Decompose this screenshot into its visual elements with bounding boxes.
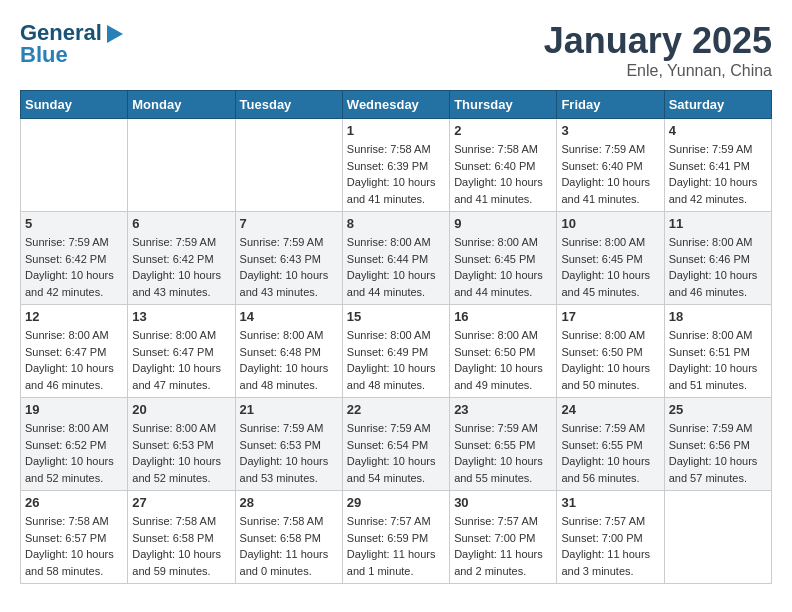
col-header-saturday: Saturday bbox=[664, 91, 771, 119]
day-number: 16 bbox=[454, 309, 552, 324]
logo-arrow-icon bbox=[107, 25, 123, 43]
calendar-cell: 28Sunrise: 7:58 AM Sunset: 6:58 PM Dayli… bbox=[235, 491, 342, 584]
day-info: Sunrise: 8:00 AM Sunset: 6:44 PM Dayligh… bbox=[347, 234, 445, 300]
day-info: Sunrise: 8:00 AM Sunset: 6:51 PM Dayligh… bbox=[669, 327, 767, 393]
col-header-friday: Friday bbox=[557, 91, 664, 119]
day-number: 18 bbox=[669, 309, 767, 324]
header: General Blue January 2025 Enle, Yunnan, … bbox=[20, 20, 772, 80]
day-number: 3 bbox=[561, 123, 659, 138]
week-row-1: 1Sunrise: 7:58 AM Sunset: 6:39 PM Daylig… bbox=[21, 119, 772, 212]
day-info: Sunrise: 7:59 AM Sunset: 6:55 PM Dayligh… bbox=[561, 420, 659, 486]
day-number: 11 bbox=[669, 216, 767, 231]
day-info: Sunrise: 8:00 AM Sunset: 6:45 PM Dayligh… bbox=[454, 234, 552, 300]
calendar-cell: 14Sunrise: 8:00 AM Sunset: 6:48 PM Dayli… bbox=[235, 305, 342, 398]
day-number: 19 bbox=[25, 402, 123, 417]
day-number: 12 bbox=[25, 309, 123, 324]
day-info: Sunrise: 8:00 AM Sunset: 6:45 PM Dayligh… bbox=[561, 234, 659, 300]
day-number: 13 bbox=[132, 309, 230, 324]
day-number: 25 bbox=[669, 402, 767, 417]
day-info: Sunrise: 8:00 AM Sunset: 6:46 PM Dayligh… bbox=[669, 234, 767, 300]
week-row-3: 12Sunrise: 8:00 AM Sunset: 6:47 PM Dayli… bbox=[21, 305, 772, 398]
calendar-cell: 20Sunrise: 8:00 AM Sunset: 6:53 PM Dayli… bbox=[128, 398, 235, 491]
calendar-table: SundayMondayTuesdayWednesdayThursdayFrid… bbox=[20, 90, 772, 584]
calendar-cell: 3Sunrise: 7:59 AM Sunset: 6:40 PM Daylig… bbox=[557, 119, 664, 212]
day-info: Sunrise: 7:59 AM Sunset: 6:56 PM Dayligh… bbox=[669, 420, 767, 486]
day-info: Sunrise: 7:59 AM Sunset: 6:54 PM Dayligh… bbox=[347, 420, 445, 486]
day-info: Sunrise: 7:58 AM Sunset: 6:39 PM Dayligh… bbox=[347, 141, 445, 207]
calendar-cell: 12Sunrise: 8:00 AM Sunset: 6:47 PM Dayli… bbox=[21, 305, 128, 398]
logo-blue: Blue bbox=[20, 42, 68, 68]
calendar-cell: 4Sunrise: 7:59 AM Sunset: 6:41 PM Daylig… bbox=[664, 119, 771, 212]
day-info: Sunrise: 7:57 AM Sunset: 6:59 PM Dayligh… bbox=[347, 513, 445, 579]
day-number: 7 bbox=[240, 216, 338, 231]
calendar-cell bbox=[664, 491, 771, 584]
calendar-cell: 24Sunrise: 7:59 AM Sunset: 6:55 PM Dayli… bbox=[557, 398, 664, 491]
calendar-cell: 29Sunrise: 7:57 AM Sunset: 6:59 PM Dayli… bbox=[342, 491, 449, 584]
calendar-cell bbox=[128, 119, 235, 212]
day-number: 26 bbox=[25, 495, 123, 510]
calendar-cell: 19Sunrise: 8:00 AM Sunset: 6:52 PM Dayli… bbox=[21, 398, 128, 491]
col-header-thursday: Thursday bbox=[450, 91, 557, 119]
week-row-4: 19Sunrise: 8:00 AM Sunset: 6:52 PM Dayli… bbox=[21, 398, 772, 491]
col-header-wednesday: Wednesday bbox=[342, 91, 449, 119]
week-row-5: 26Sunrise: 7:58 AM Sunset: 6:57 PM Dayli… bbox=[21, 491, 772, 584]
day-info: Sunrise: 8:00 AM Sunset: 6:50 PM Dayligh… bbox=[561, 327, 659, 393]
day-info: Sunrise: 7:59 AM Sunset: 6:55 PM Dayligh… bbox=[454, 420, 552, 486]
col-header-sunday: Sunday bbox=[21, 91, 128, 119]
calendar-cell: 8Sunrise: 8:00 AM Sunset: 6:44 PM Daylig… bbox=[342, 212, 449, 305]
day-info: Sunrise: 7:58 AM Sunset: 6:58 PM Dayligh… bbox=[132, 513, 230, 579]
calendar-cell: 2Sunrise: 7:58 AM Sunset: 6:40 PM Daylig… bbox=[450, 119, 557, 212]
calendar-cell bbox=[21, 119, 128, 212]
calendar-cell: 11Sunrise: 8:00 AM Sunset: 6:46 PM Dayli… bbox=[664, 212, 771, 305]
day-number: 31 bbox=[561, 495, 659, 510]
day-number: 23 bbox=[454, 402, 552, 417]
day-info: Sunrise: 7:59 AM Sunset: 6:41 PM Dayligh… bbox=[669, 141, 767, 207]
day-number: 6 bbox=[132, 216, 230, 231]
day-info: Sunrise: 8:00 AM Sunset: 6:49 PM Dayligh… bbox=[347, 327, 445, 393]
col-header-monday: Monday bbox=[128, 91, 235, 119]
day-info: Sunrise: 7:59 AM Sunset: 6:40 PM Dayligh… bbox=[561, 141, 659, 207]
day-number: 22 bbox=[347, 402, 445, 417]
day-info: Sunrise: 8:00 AM Sunset: 6:53 PM Dayligh… bbox=[132, 420, 230, 486]
month-title: January 2025 bbox=[544, 20, 772, 62]
day-number: 29 bbox=[347, 495, 445, 510]
calendar-cell: 7Sunrise: 7:59 AM Sunset: 6:43 PM Daylig… bbox=[235, 212, 342, 305]
calendar-cell: 18Sunrise: 8:00 AM Sunset: 6:51 PM Dayli… bbox=[664, 305, 771, 398]
day-number: 9 bbox=[454, 216, 552, 231]
logo: General Blue bbox=[20, 20, 123, 68]
calendar-cell: 16Sunrise: 8:00 AM Sunset: 6:50 PM Dayli… bbox=[450, 305, 557, 398]
day-info: Sunrise: 7:57 AM Sunset: 7:00 PM Dayligh… bbox=[561, 513, 659, 579]
calendar-cell: 21Sunrise: 7:59 AM Sunset: 6:53 PM Dayli… bbox=[235, 398, 342, 491]
day-info: Sunrise: 7:59 AM Sunset: 6:53 PM Dayligh… bbox=[240, 420, 338, 486]
day-number: 27 bbox=[132, 495, 230, 510]
day-info: Sunrise: 7:58 AM Sunset: 6:57 PM Dayligh… bbox=[25, 513, 123, 579]
day-number: 17 bbox=[561, 309, 659, 324]
calendar-cell: 1Sunrise: 7:58 AM Sunset: 6:39 PM Daylig… bbox=[342, 119, 449, 212]
day-number: 30 bbox=[454, 495, 552, 510]
day-number: 21 bbox=[240, 402, 338, 417]
day-info: Sunrise: 8:00 AM Sunset: 6:47 PM Dayligh… bbox=[132, 327, 230, 393]
day-info: Sunrise: 7:59 AM Sunset: 6:43 PM Dayligh… bbox=[240, 234, 338, 300]
calendar-cell: 17Sunrise: 8:00 AM Sunset: 6:50 PM Dayli… bbox=[557, 305, 664, 398]
day-info: Sunrise: 7:58 AM Sunset: 6:58 PM Dayligh… bbox=[240, 513, 338, 579]
day-number: 28 bbox=[240, 495, 338, 510]
col-header-tuesday: Tuesday bbox=[235, 91, 342, 119]
calendar-cell: 25Sunrise: 7:59 AM Sunset: 6:56 PM Dayli… bbox=[664, 398, 771, 491]
day-info: Sunrise: 8:00 AM Sunset: 6:52 PM Dayligh… bbox=[25, 420, 123, 486]
day-info: Sunrise: 8:00 AM Sunset: 6:47 PM Dayligh… bbox=[25, 327, 123, 393]
day-number: 1 bbox=[347, 123, 445, 138]
day-info: Sunrise: 8:00 AM Sunset: 6:48 PM Dayligh… bbox=[240, 327, 338, 393]
day-info: Sunrise: 7:59 AM Sunset: 6:42 PM Dayligh… bbox=[132, 234, 230, 300]
calendar-cell: 9Sunrise: 8:00 AM Sunset: 6:45 PM Daylig… bbox=[450, 212, 557, 305]
location: Enle, Yunnan, China bbox=[544, 62, 772, 80]
calendar-header-row: SundayMondayTuesdayWednesdayThursdayFrid… bbox=[21, 91, 772, 119]
calendar-body: 1Sunrise: 7:58 AM Sunset: 6:39 PM Daylig… bbox=[21, 119, 772, 584]
calendar-cell: 26Sunrise: 7:58 AM Sunset: 6:57 PM Dayli… bbox=[21, 491, 128, 584]
calendar-cell: 31Sunrise: 7:57 AM Sunset: 7:00 PM Dayli… bbox=[557, 491, 664, 584]
day-number: 24 bbox=[561, 402, 659, 417]
week-row-2: 5Sunrise: 7:59 AM Sunset: 6:42 PM Daylig… bbox=[21, 212, 772, 305]
calendar-cell: 13Sunrise: 8:00 AM Sunset: 6:47 PM Dayli… bbox=[128, 305, 235, 398]
calendar-cell: 27Sunrise: 7:58 AM Sunset: 6:58 PM Dayli… bbox=[128, 491, 235, 584]
calendar-cell: 15Sunrise: 8:00 AM Sunset: 6:49 PM Dayli… bbox=[342, 305, 449, 398]
day-number: 2 bbox=[454, 123, 552, 138]
